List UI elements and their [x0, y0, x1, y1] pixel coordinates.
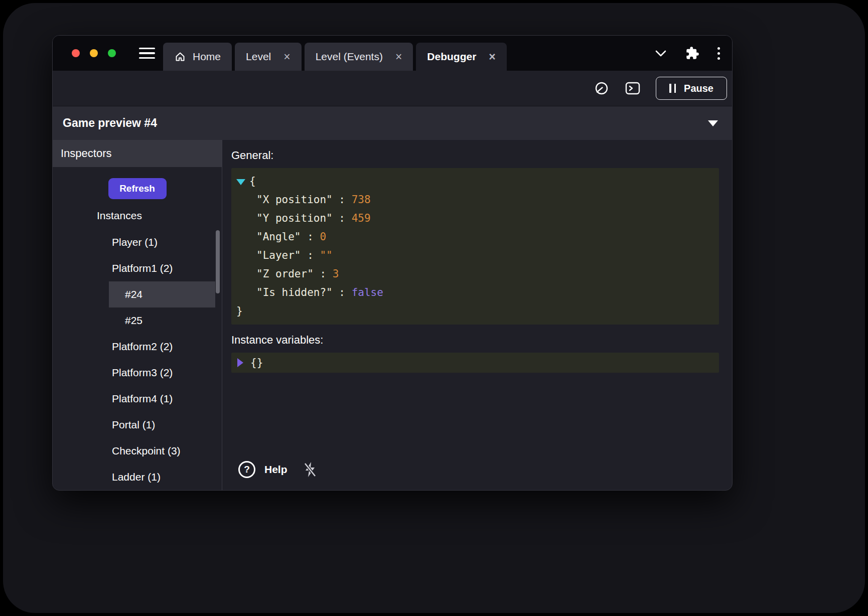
pause-icon	[669, 84, 676, 93]
preview-selector-bar[interactable]: Game preview #4	[53, 106, 732, 140]
close-icon[interactable]: ×	[395, 51, 402, 63]
tab-home[interactable]: Home	[163, 43, 232, 71]
tree-item-platform2[interactable]: Platform2 (2)	[109, 334, 215, 360]
tree-item-platform3[interactable]: Platform3 (2)	[109, 360, 215, 386]
refresh-button[interactable]: Refresh	[108, 178, 167, 199]
variables-value: {}	[250, 357, 263, 369]
help-icon[interactable]: ?	[238, 461, 255, 478]
console-icon[interactable]	[625, 81, 641, 95]
traffic-lights	[72, 49, 116, 57]
json-value: 3	[333, 268, 339, 280]
dropdown-caret-icon[interactable]	[708, 120, 718, 126]
json-key: "Y position"	[256, 212, 333, 224]
json-row: "Y position" : 459	[236, 209, 713, 228]
json-key: "X position"	[256, 194, 333, 206]
json-separator: :	[301, 249, 320, 261]
pause-button[interactable]: Pause	[656, 77, 727, 100]
collapse-open-icon[interactable]	[236, 179, 245, 185]
instance-variables-label: Instance variables:	[231, 334, 719, 347]
tree-item-ladder[interactable]: Ladder (1)	[109, 464, 215, 490]
tree-item-platform1[interactable]: Platform1 (2)	[109, 255, 215, 281]
instance-variables-json-view: {}	[231, 353, 719, 373]
json-row: "Layer" : ""	[236, 246, 713, 265]
tab-label: Home	[193, 51, 221, 63]
screen: Home Level × Level (Events) × Debugger ×	[0, 0, 868, 616]
general-json-view: { "X position" : 738 "Y position" : 459 …	[231, 168, 719, 325]
tab-label: Debugger	[427, 51, 476, 63]
inspectors-sidebar: Inspectors Refresh Instances Player (1) …	[53, 140, 222, 490]
json-row: "X position" : 738	[236, 191, 713, 209]
app-window: Home Level × Level (Events) × Debugger ×	[52, 35, 733, 491]
json-value: 0	[320, 231, 326, 243]
json-separator: :	[333, 194, 352, 206]
tree-item-platform4[interactable]: Platform4 (1)	[109, 386, 215, 412]
tree-item-checkpoint[interactable]: Checkpoint (3)	[109, 438, 215, 464]
pause-button-label: Pause	[684, 83, 713, 94]
debugger-toolbar: Pause	[53, 71, 732, 106]
extensions-puzzle-icon[interactable]	[685, 46, 699, 60]
json-row: "Angle" : 0	[236, 228, 713, 246]
collapse-closed-icon[interactable]	[237, 358, 243, 367]
instances-section-label: Instances	[97, 210, 222, 222]
profiler-gauge-icon[interactable]	[594, 80, 610, 96]
json-value: ""	[320, 249, 332, 261]
json-separator: :	[333, 212, 352, 224]
json-value: 459	[352, 212, 371, 224]
tree-item-portal[interactable]: Portal (1)	[109, 412, 215, 438]
tab-level[interactable]: Level ×	[235, 43, 302, 71]
json-key: "Is hidden?"	[256, 286, 333, 298]
debugger-content: Inspectors Refresh Instances Player (1) …	[53, 140, 732, 490]
panel-footer: ? Help	[231, 461, 719, 484]
home-icon	[174, 51, 186, 63]
close-icon[interactable]: ×	[489, 51, 495, 63]
json-key: "Z order"	[256, 268, 314, 280]
tab-label: Level (Events)	[316, 51, 383, 63]
tab-level-events[interactable]: Level (Events) ×	[305, 43, 413, 71]
flash-off-icon[interactable]	[303, 461, 318, 478]
json-key: "Layer"	[256, 249, 301, 261]
json-separator: :	[314, 268, 333, 280]
help-button-label[interactable]: Help	[264, 464, 287, 476]
inspector-detail-panel: General: { "X position" : 738 "Y positio…	[222, 140, 732, 490]
open-brace: {	[249, 172, 256, 191]
tree-item-instance-24[interactable]: #24	[109, 281, 215, 307]
general-section-label: General:	[231, 149, 719, 162]
tabbar-actions	[654, 46, 732, 60]
main-menu-icon[interactable]	[139, 48, 155, 59]
minimize-window-button[interactable]	[90, 49, 98, 57]
close-window-button[interactable]	[72, 49, 80, 57]
json-key: "Angle"	[256, 231, 301, 243]
json-value: 738	[352, 194, 371, 206]
tab-debugger[interactable]: Debugger ×	[416, 43, 506, 71]
preview-title: Game preview #4	[63, 116, 157, 130]
zoom-window-button[interactable]	[108, 49, 116, 57]
chevron-down-icon[interactable]	[654, 48, 667, 58]
tree-item-player[interactable]: Player (1)	[109, 229, 215, 255]
json-row: "Is hidden?" : false	[236, 283, 713, 302]
sidebar-scrollbar-thumb[interactable]	[216, 230, 220, 293]
json-separator: :	[301, 231, 320, 243]
tree-item-instance-25[interactable]: #25	[109, 307, 215, 334]
json-row: "Z order" : 3	[236, 265, 713, 283]
json-separator: :	[333, 286, 352, 298]
json-value: false	[352, 286, 383, 298]
close-icon[interactable]: ×	[283, 51, 290, 63]
tab-bar: Home Level × Level (Events) × Debugger ×	[53, 36, 732, 71]
tab-strip: Home Level × Level (Events) × Debugger ×	[163, 43, 507, 71]
sidebar-title: Inspectors	[53, 140, 222, 167]
kebab-menu-icon[interactable]	[717, 47, 720, 60]
tab-label: Level	[246, 51, 271, 63]
close-brace: }	[236, 302, 713, 321]
